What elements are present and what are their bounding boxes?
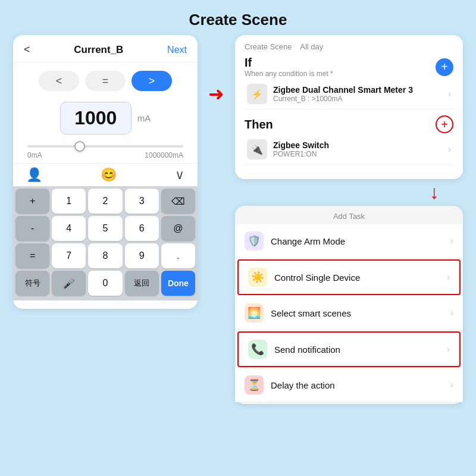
key-backspace[interactable]: ⌫: [161, 189, 195, 214]
cmp-equal[interactable]: =: [85, 71, 126, 91]
control-device-icon: ☀️: [248, 268, 267, 287]
key-done[interactable]: Done: [161, 271, 195, 296]
create-scene-header: Create Scene All day: [245, 42, 453, 51]
all-day-label: All day: [300, 42, 323, 51]
slider-min: 0mA: [27, 151, 42, 159]
control-device-label: Control Single Device: [274, 273, 440, 283]
key-1[interactable]: 1: [52, 189, 86, 214]
key-dot[interactable]: .: [161, 243, 195, 268]
if-section-title-wrap: If When any condition is met *: [245, 56, 333, 78]
arm-mode-icon: 🛡️: [245, 231, 264, 250]
key-2[interactable]: 2: [88, 189, 122, 214]
if-device-name: Zigbee Dual Channel Smart Meter 3: [273, 85, 442, 95]
if-device-row[interactable]: ⚡ Zigbee Dual Channel Smart Meter 3 Curr…: [245, 79, 453, 109]
if-device-chevron: ›: [448, 89, 451, 99]
send-notification-label: Send notification: [274, 345, 440, 355]
slider-thumb[interactable]: [74, 141, 85, 152]
then-device-chevron: ›: [448, 144, 451, 155]
task-item-control-device[interactable]: ☀️ Control Single Device ›: [237, 259, 461, 295]
key-equals[interactable]: =: [15, 243, 49, 268]
down-arrow-wrap: ↓: [235, 181, 463, 203]
toolbar-row: 👤 😊 ∨: [13, 163, 198, 186]
then-device-icon: 🔌: [247, 139, 267, 159]
if-subtitle: When any condition is met *: [245, 70, 333, 78]
value-display: 1000 mA: [13, 96, 198, 137]
left-panel-title: Current_B: [74, 44, 123, 56]
down-arrow-icon: ↓: [430, 181, 439, 203]
left-input-panel: < Current_B Next < = > 1000 mA 0mA 10000…: [13, 35, 198, 309]
delay-action-chevron: ›: [450, 380, 453, 390]
key-3[interactable]: 3: [125, 189, 159, 214]
unit-label: mA: [137, 113, 151, 123]
key-minus[interactable]: -: [15, 216, 49, 241]
if-device-icon: ⚡: [247, 84, 267, 104]
then-section: Then + 🔌 Zigbee Switch POWER1:ON ›: [245, 115, 453, 165]
keyboard: + 1 2 3 ⌫ - 4 5 6 @ = 7 8 9 . 符号: [13, 186, 198, 300]
if-section-header: If When any condition is met * +: [245, 56, 453, 78]
keyboard-row-2: - 4 5 6 @: [15, 216, 195, 241]
key-8[interactable]: 8: [88, 243, 122, 268]
if-section: If When any condition is met * + ⚡ Zigbe…: [245, 56, 453, 109]
left-panel-header: < Current_B Next: [13, 35, 198, 62]
if-device-sub: Current_B : >1000mA: [273, 95, 442, 103]
toolbar-emoji-icon[interactable]: 😊: [101, 167, 117, 183]
right-column: Create Scene All day If When any conditi…: [235, 35, 463, 404]
then-device-sub: POWER1:ON: [273, 150, 442, 158]
key-4[interactable]: 4: [52, 216, 86, 241]
right-arrow-container: ➜: [208, 35, 224, 105]
add-task-title: Add Task: [235, 212, 463, 221]
right-top-panel: Create Scene All day If When any conditi…: [235, 35, 463, 179]
task-item-send-notification[interactable]: 📞 Send notification ›: [237, 331, 461, 367]
cmp-greater-than[interactable]: >: [131, 71, 172, 91]
delay-action-label: Delay the action: [271, 380, 443, 390]
select-scenes-label: Select smart scenes: [271, 308, 443, 318]
then-device-info: Zigbee Switch POWER1:ON: [273, 140, 442, 158]
key-plus[interactable]: +: [15, 189, 49, 214]
slider-track[interactable]: [27, 145, 183, 148]
key-at[interactable]: @: [161, 216, 195, 241]
key-symbol[interactable]: 符号: [15, 271, 49, 296]
key-5[interactable]: 5: [88, 216, 122, 241]
value-input[interactable]: 1000: [60, 102, 131, 134]
arm-mode-label: Change Arm Mode: [271, 236, 443, 246]
if-device-info: Zigbee Dual Channel Smart Meter 3 Curren…: [273, 85, 442, 103]
keyboard-row-4: 符号 🎤 0 返回 Done: [15, 271, 195, 296]
if-add-button[interactable]: +: [436, 58, 453, 76]
slider-max: 1000000mA: [145, 151, 183, 159]
then-device-name: Zigbee Switch: [273, 140, 442, 150]
select-scenes-chevron: ›: [450, 308, 453, 318]
send-notification-icon: 📞: [248, 340, 267, 359]
toolbar-collapse-icon[interactable]: ∨: [175, 167, 184, 183]
then-title: Then: [245, 118, 273, 131]
add-task-panel: Add Task 🛡️ Change Arm Mode › ☀️ Control…: [235, 206, 463, 404]
toolbar-person-icon[interactable]: 👤: [26, 167, 42, 183]
select-scenes-icon: 🌅: [245, 303, 264, 322]
then-section-header: Then +: [245, 115, 453, 133]
page-title: Create Scene: [0, 0, 476, 35]
task-item-select-scenes[interactable]: 🌅 Select smart scenes ›: [235, 296, 463, 330]
arm-mode-chevron: ›: [450, 236, 453, 246]
key-6[interactable]: 6: [125, 216, 159, 241]
slider-labels: 0mA 1000000mA: [27, 151, 183, 162]
right-arrow-icon: ➜: [208, 83, 224, 105]
cmp-less-than[interactable]: <: [39, 71, 79, 91]
task-item-arm-mode[interactable]: 🛡️ Change Arm Mode ›: [235, 224, 463, 258]
delay-action-icon: ⏳: [245, 375, 264, 394]
then-add-button[interactable]: +: [436, 115, 453, 133]
comparator-row: < = >: [13, 62, 198, 96]
task-item-delay-action[interactable]: ⏳ Delay the action ›: [235, 368, 463, 402]
keyboard-row-1: + 1 2 3 ⌫: [15, 189, 195, 214]
keyboard-row-3: = 7 8 9 .: [15, 243, 195, 268]
key-0[interactable]: 0: [88, 271, 122, 296]
key-7[interactable]: 7: [52, 243, 86, 268]
key-return[interactable]: 返回: [125, 271, 159, 296]
create-scene-label: Create Scene: [245, 42, 292, 51]
key-mic[interactable]: 🎤: [52, 271, 86, 296]
if-title: If: [245, 56, 333, 70]
next-button[interactable]: Next: [167, 45, 187, 55]
key-9[interactable]: 9: [125, 243, 159, 268]
control-device-chevron: ›: [447, 272, 450, 283]
then-device-row[interactable]: 🔌 Zigbee Switch POWER1:ON ›: [245, 134, 453, 165]
back-button[interactable]: <: [24, 43, 30, 56]
send-notification-chevron: ›: [447, 344, 450, 355]
